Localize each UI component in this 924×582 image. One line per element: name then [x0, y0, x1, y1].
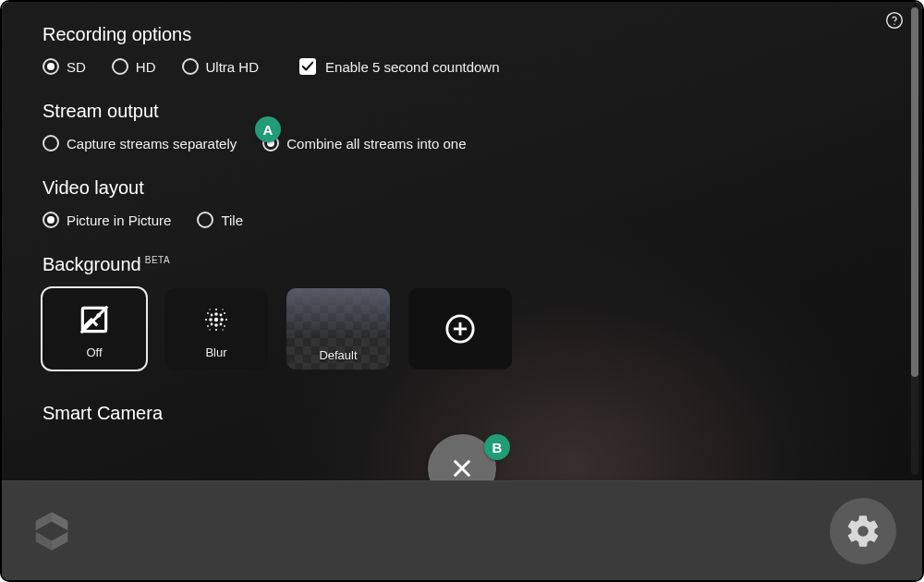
hexagon-logo-icon — [28, 507, 76, 555]
tile-radio[interactable]: Tile — [197, 212, 243, 228]
svg-point-20 — [209, 309, 210, 309]
svg-point-4 — [209, 318, 213, 321]
checkmark-icon — [301, 60, 314, 73]
recording-hd-radio[interactable]: HD — [112, 58, 156, 75]
svg-point-28 — [894, 23, 895, 24]
svg-point-19 — [224, 325, 225, 327]
svg-point-15 — [215, 328, 217, 330]
smart-camera-heading: Smart Camera — [43, 403, 881, 424]
recording-hd-label: HD — [136, 59, 156, 75]
video-layout-heading: Video layout — [43, 177, 881, 199]
svg-point-11 — [220, 322, 223, 325]
background-blur-label: Blur — [205, 346, 226, 359]
annotation-marker-a: A — [255, 116, 281, 142]
capture-separately-label: Capture streams separately — [67, 136, 237, 152]
footer-bar — [2, 480, 922, 580]
recording-options-heading: Recording options — [43, 24, 881, 45]
recording-ultrahd-label: Ultra HD — [206, 59, 260, 75]
scrollbar-track[interactable] — [911, 7, 918, 475]
pip-label: Picture in Picture — [67, 212, 171, 228]
beta-badge: BETA — [145, 255, 170, 265]
combine-streams-radio[interactable]: Combine all streams into one — [262, 135, 466, 152]
svg-point-22 — [209, 329, 210, 330]
help-button[interactable] — [885, 11, 904, 30]
svg-point-5 — [220, 318, 224, 321]
svg-point-23 — [222, 329, 223, 330]
capture-separately-radio[interactable]: Capture streams separately — [43, 135, 237, 152]
blur-icon — [198, 299, 235, 340]
plus-circle-icon — [444, 309, 476, 349]
app-logo — [28, 507, 76, 555]
annotation-marker-b: B — [484, 434, 510, 460]
background-default-label: Default — [319, 348, 357, 362]
svg-point-6 — [214, 312, 218, 316]
svg-point-3 — [214, 317, 218, 321]
svg-point-14 — [215, 308, 217, 309]
background-title-text: Background — [43, 254, 141, 274]
svg-point-13 — [225, 318, 227, 320]
radio-dot-icon — [43, 212, 59, 228]
stream-output-row: Capture streams separately Combine all s… — [43, 135, 881, 152]
recording-sd-radio[interactable]: SD — [43, 58, 86, 75]
svg-point-12 — [205, 318, 207, 320]
tile-label: Tile — [221, 212, 243, 228]
svg-line-2 — [81, 306, 108, 333]
enable-countdown-checkbox[interactable]: Enable 5 second countdown — [299, 58, 499, 75]
enable-countdown-label: Enable 5 second countdown — [325, 59, 499, 75]
svg-point-9 — [220, 313, 223, 316]
close-icon — [449, 455, 475, 481]
stream-output-heading: Stream output — [43, 101, 881, 122]
background-blur-card[interactable]: Blur — [164, 288, 268, 370]
background-add-card[interactable] — [408, 288, 512, 370]
video-layout-row: Picture in Picture Tile — [43, 212, 881, 228]
radio-dot-icon — [112, 58, 128, 75]
svg-point-10 — [211, 322, 213, 325]
svg-point-7 — [214, 323, 218, 327]
svg-point-16 — [207, 312, 209, 314]
background-off-label: Off — [86, 346, 102, 359]
background-options-row: Off — [43, 288, 881, 370]
radio-dot-icon — [43, 135, 59, 152]
radio-dot-icon — [43, 58, 59, 75]
recording-sd-label: SD — [67, 59, 86, 75]
scrollbar-thumb[interactable] — [911, 7, 918, 377]
recording-options-row: SD HD Ultra HD Enable 5 second countdown — [43, 58, 881, 75]
background-off-card[interactable]: Off — [43, 288, 146, 370]
help-circle-icon — [885, 11, 904, 30]
gear-icon — [845, 513, 881, 550]
svg-point-21 — [222, 309, 223, 309]
combine-streams-label: Combine all streams into one — [286, 136, 466, 152]
pip-radio[interactable]: Picture in Picture — [43, 212, 171, 228]
radio-dot-icon — [197, 212, 213, 228]
svg-point-18 — [207, 325, 209, 327]
recording-ultrahd-radio[interactable]: Ultra HD — [182, 58, 260, 75]
radio-dot-icon — [182, 58, 199, 75]
background-default-card[interactable]: Default — [286, 288, 390, 370]
settings-panel: Recording options SD HD Ultra HD Enable … — [2, 2, 922, 482]
svg-point-17 — [224, 312, 225, 314]
checkbox-box-icon — [299, 58, 316, 75]
svg-point-8 — [211, 313, 213, 316]
no-background-icon — [77, 299, 112, 340]
background-heading: BackgroundBETA — [43, 254, 881, 275]
app-window: Recording options SD HD Ultra HD Enable … — [0, 0, 924, 582]
settings-gear-button[interactable] — [830, 498, 896, 564]
